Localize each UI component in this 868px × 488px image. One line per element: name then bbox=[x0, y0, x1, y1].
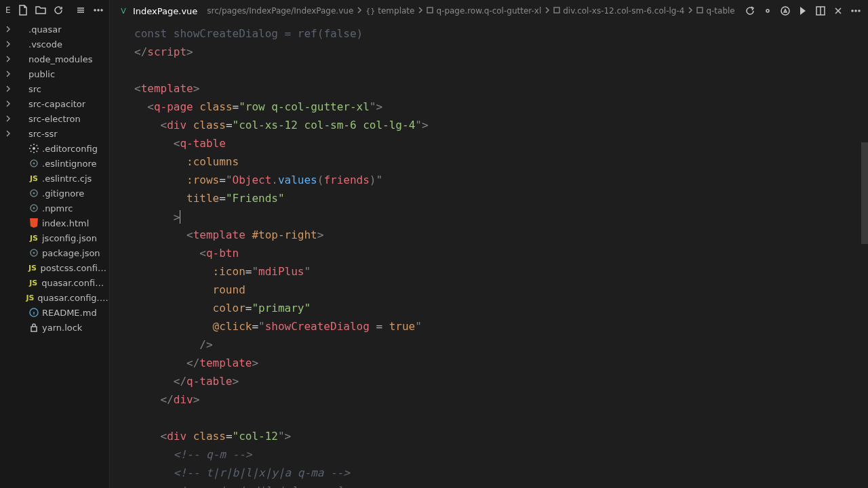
tree-item-label: package.json bbox=[42, 248, 100, 258]
cfg-icon bbox=[28, 158, 39, 169]
src-capacitor-folder[interactable]: src-capacitor bbox=[0, 96, 109, 111]
chevron-right-icon bbox=[3, 307, 14, 318]
outline-icon[interactable] bbox=[762, 5, 773, 16]
svg-point-11 bbox=[33, 252, 35, 254]
tree-item-label: quasar.config.js.t... bbox=[37, 293, 109, 303]
close-icon[interactable] bbox=[833, 5, 844, 16]
svg-rect-14 bbox=[427, 7, 433, 13]
gitignore-file[interactable]: .gitignore bbox=[0, 186, 109, 201]
breadcrumb-item[interactable]: q-table bbox=[696, 6, 734, 16]
run-icon[interactable] bbox=[797, 5, 808, 16]
breadcrumb[interactable]: src/pages/IndexPage/IndexPage.vue{}templ… bbox=[207, 6, 734, 16]
breadcrumb-item[interactable]: {}template bbox=[366, 6, 414, 16]
chevron-right-icon bbox=[3, 143, 14, 154]
chevron-right-icon bbox=[417, 6, 424, 16]
chevron-right-icon bbox=[3, 128, 14, 139]
svg-point-2 bbox=[101, 9, 102, 11]
js-icon: JS bbox=[27, 262, 37, 273]
tree-item-label: src-capacitor bbox=[28, 99, 85, 109]
tree-item-label: .vscode bbox=[28, 39, 62, 49]
compass-icon[interactable] bbox=[780, 5, 791, 16]
tree-item-label: .editorconfig bbox=[42, 144, 98, 154]
scrollbar-thumb[interactable] bbox=[861, 142, 868, 244]
file-tree: .quasar.vscodenode_modulespublicsrcsrc-c… bbox=[0, 20, 109, 335]
refresh-icon[interactable] bbox=[53, 5, 64, 16]
cfg-icon bbox=[28, 203, 39, 214]
chevron-right-icon bbox=[687, 6, 694, 16]
code-editor[interactable]: const showCreateDialog = ref(false) </sc… bbox=[110, 22, 868, 488]
svg-rect-15 bbox=[554, 7, 559, 13]
js-icon: JS bbox=[28, 277, 39, 288]
readme-file[interactable]: README.md bbox=[0, 305, 109, 320]
chevron-right-icon bbox=[3, 247, 14, 258]
tree-item-label: public bbox=[28, 69, 55, 79]
editor-area: V IndexPage.vue src/pages/IndexPage/Inde… bbox=[110, 0, 868, 488]
svg-point-21 bbox=[855, 10, 856, 12]
tree-item-label: .eslintignore bbox=[42, 159, 97, 169]
svg-point-1 bbox=[98, 9, 99, 11]
src-ssr-folder[interactable]: src-ssr bbox=[0, 126, 109, 141]
chevron-right-icon bbox=[3, 68, 14, 79]
cfg-icon bbox=[28, 188, 39, 199]
chevron-right-icon bbox=[3, 113, 14, 124]
tab-title: IndexPage.vue bbox=[133, 6, 197, 16]
js-icon: JS bbox=[26, 292, 35, 303]
explorer-badge: E bbox=[5, 5, 11, 15]
chevron-right-icon bbox=[3, 39, 14, 49]
node-modules-folder[interactable]: node_modules bbox=[0, 52, 109, 66]
src-folder[interactable]: src bbox=[0, 81, 109, 96]
svg-rect-13 bbox=[31, 327, 37, 331]
svg-point-9 bbox=[33, 207, 35, 209]
js-icon: JS bbox=[28, 232, 39, 243]
nav-back-icon[interactable] bbox=[745, 5, 755, 16]
quasar-config-ts-file[interactable]: JSquasar.config.js.t... bbox=[0, 290, 109, 305]
tree-item-label: quasar.config.js bbox=[41, 278, 109, 288]
sidebar: E .quasar.vscodenode_modulespublicsrcsrc… bbox=[0, 0, 110, 488]
breadcrumb-item[interactable]: q-page.row.q-col-gutter-xl bbox=[427, 6, 541, 16]
box-icon bbox=[696, 7, 703, 16]
tree-item-label: src-ssr bbox=[28, 129, 58, 139]
chevron-right-icon bbox=[3, 218, 14, 228]
more-icon[interactable] bbox=[93, 5, 104, 16]
yarn-lock-file[interactable]: yarn.lock bbox=[0, 320, 109, 335]
quasar-folder[interactable]: .quasar bbox=[0, 22, 109, 37]
svg-point-18 bbox=[781, 7, 789, 15]
eslintignore-file[interactable]: .eslintignore bbox=[0, 156, 109, 171]
public-folder[interactable]: public bbox=[0, 66, 109, 81]
jsconfig-file[interactable]: JSjsconfig.json bbox=[0, 230, 109, 245]
tree-item-label: .npmrc bbox=[42, 203, 73, 214]
eslintrc-file[interactable]: JS.eslintrc.cjs bbox=[0, 171, 109, 186]
chevron-right-icon bbox=[3, 292, 12, 303]
svg-rect-16 bbox=[697, 7, 703, 13]
cog-icon bbox=[28, 143, 39, 154]
editorconfig-file[interactable]: .editorconfig bbox=[0, 141, 109, 156]
index-html-file[interactable]: index.html bbox=[0, 216, 109, 230]
braces-icon: {} bbox=[366, 7, 375, 16]
chevron-right-icon bbox=[544, 6, 551, 16]
tab-indexpage[interactable]: V IndexPage.vue bbox=[114, 0, 201, 22]
split-icon[interactable] bbox=[815, 5, 826, 16]
new-folder-icon[interactable] bbox=[35, 5, 46, 16]
collapse-all-icon[interactable] bbox=[75, 5, 86, 16]
postcss-config-file[interactable]: JSpostcss.config.js bbox=[0, 260, 109, 275]
new-file-icon[interactable] bbox=[18, 5, 28, 16]
tabbar-actions bbox=[745, 5, 868, 16]
vertical-scrollbar[interactable] bbox=[859, 0, 868, 488]
box-icon bbox=[553, 7, 560, 16]
breadcrumb-item[interactable]: div.col-xs-12.col-sm-6.col-lg-4 bbox=[553, 6, 684, 16]
chevron-right-icon bbox=[3, 98, 14, 109]
package-json-file[interactable]: package.json bbox=[0, 245, 109, 260]
tree-item-label: yarn.lock bbox=[42, 323, 82, 333]
breadcrumb-item[interactable]: src/pages/IndexPage/IndexPage.vue bbox=[207, 6, 353, 16]
info-icon bbox=[28, 307, 39, 318]
svg-point-7 bbox=[33, 192, 35, 195]
src-electron-folder[interactable]: src-electron bbox=[0, 111, 109, 126]
vscode-folder[interactable]: .vscode bbox=[0, 37, 109, 52]
svg-point-5 bbox=[33, 163, 35, 165]
svg-point-20 bbox=[852, 10, 853, 12]
chevron-right-icon bbox=[3, 83, 14, 94]
npmrc-file[interactable]: .npmrc bbox=[0, 201, 109, 216]
quasar-config-file[interactable]: JSquasar.config.js bbox=[0, 275, 109, 290]
tree-item-label: src-electron bbox=[28, 114, 81, 124]
tree-item-label: README.md bbox=[42, 308, 97, 318]
